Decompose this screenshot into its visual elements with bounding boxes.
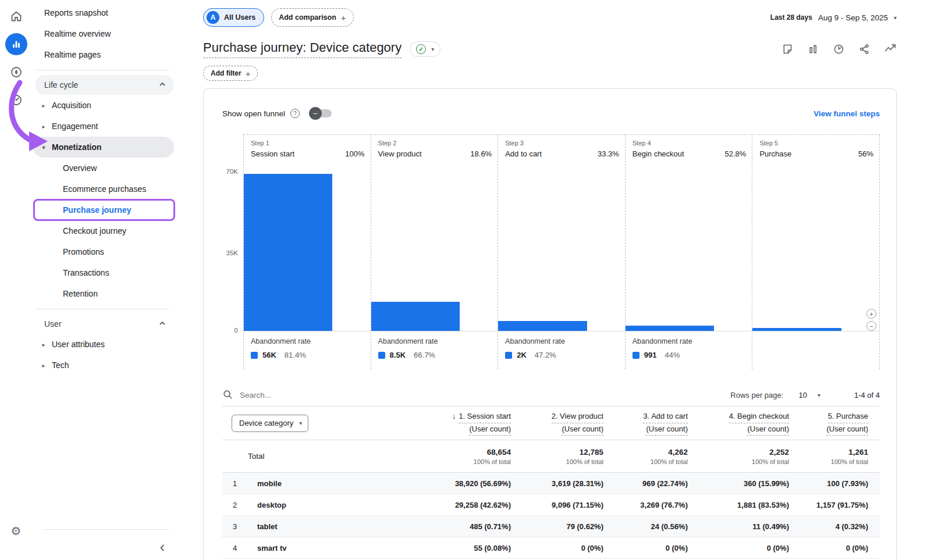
zoom-out-icon[interactable]: − — [866, 321, 876, 331]
help-icon[interactable]: ? — [290, 109, 300, 118]
home-icon[interactable] — [5, 5, 28, 28]
column-header-purchase[interactable]: 5. Purchase(User count) — [789, 411, 868, 435]
abandonment-rate: 47.2% — [535, 351, 556, 359]
section-label: User — [44, 319, 62, 329]
sidebar-item-retention[interactable]: Retention — [32, 283, 177, 304]
funnel-plot — [498, 171, 625, 331]
reports-icon[interactable] — [5, 33, 28, 56]
sidebar-item-ecommerce-purchases[interactable]: Ecommerce purchases — [32, 179, 177, 199]
dimension-selector[interactable]: Device category ▾ — [232, 415, 308, 432]
pagination-status: 1-4 of 4 — [854, 391, 880, 400]
step-number: Step 5 — [759, 140, 873, 147]
sidebar-item-reports-snapshot[interactable]: Reports snapshot — [32, 2, 177, 23]
table-search-row: Rows per page: 10 ▾ 1-4 of 4 — [222, 384, 880, 406]
sidebar-item-purchase-journey[interactable]: Purchase journey — [32, 199, 177, 220]
item-label: Monetization — [52, 142, 102, 152]
column-header-session-start[interactable]: ↓1. Session start(User count) — [372, 411, 511, 435]
page-title: Purchase journey: Device category — [203, 40, 401, 58]
funnel-step-4: Step 4 Begin checkout52.8% Abandonment r… — [626, 135, 753, 369]
report-actions — [781, 42, 897, 55]
funnel-controls: Show open funnel ? − View funnel steps — [222, 104, 880, 123]
item-label: Acquisition — [52, 101, 91, 110]
step-number: Step 1 — [251, 140, 365, 147]
insights-sparkline-icon[interactable] — [884, 42, 897, 55]
sidebar-item-checkout-journey[interactable]: Checkout journey — [32, 220, 177, 241]
triangle-right-icon: ▸ — [41, 362, 47, 369]
explore-icon[interactable] — [5, 60, 28, 84]
chevron-up-icon — [159, 319, 166, 329]
sidebar-item-realtime-overview[interactable]: Realtime overview — [32, 23, 177, 44]
abandonment-panel: Abandonment rate 56K81.4% — [244, 331, 371, 369]
sidebar-item-realtime-pages[interactable]: Realtime pages — [32, 44, 177, 65]
data-quality-badge[interactable]: ✓ ▾ — [410, 41, 440, 57]
table-header-row: Device category ▾ ↓1. Session start(User… — [222, 406, 880, 440]
add-comparison-chip[interactable]: Add comparison + — [271, 8, 353, 27]
zoom-in-icon[interactable]: + — [866, 309, 876, 319]
date-range-preset: Last 28 days — [770, 13, 812, 22]
sidebar-item-monetization[interactable]: ▾ Monetization — [33, 137, 174, 158]
step-completion-rate: 56% — [858, 149, 873, 158]
toggle-knob: − — [309, 107, 322, 120]
all-users-chip[interactable]: A All Users — [203, 8, 264, 27]
funnel-plot — [626, 171, 752, 331]
abandonment-count: 8.5K — [390, 351, 406, 359]
sidebar-item-engagement[interactable]: ▸ Engagement — [32, 116, 177, 137]
table-search-input[interactable] — [240, 391, 723, 400]
abandonment-panel-empty — [752, 331, 879, 369]
sidebar-item-overview[interactable]: Overview — [32, 158, 177, 179]
item-label: Engagement — [52, 122, 98, 131]
collapse-sidebar-icon[interactable] — [158, 543, 167, 554]
column-header-add-to-cart[interactable]: 3. Add to cart(User count) — [603, 411, 688, 435]
comparison-bar: A All Users Add comparison + Last 28 day… — [203, 0, 897, 35]
column-header-view-product[interactable]: 2. View product(User count) — [511, 411, 603, 435]
triangle-down-icon: ▾ — [41, 144, 47, 151]
note-icon[interactable] — [781, 43, 794, 55]
section-header-user[interactable]: User — [35, 314, 174, 334]
sidebar-item-transactions[interactable]: Transactions — [32, 262, 177, 283]
show-open-funnel-label: Show open funnel — [222, 109, 285, 118]
funnel-plot — [244, 171, 371, 331]
chip-label: Add filter — [211, 69, 241, 77]
item-label: Tech — [52, 361, 69, 370]
step-name: Session start — [251, 149, 294, 158]
sidebar-divider — [44, 529, 169, 530]
sidebar-item-user-attributes[interactable]: ▸ User attributes — [32, 334, 177, 355]
add-filter-chip[interactable]: Add filter + — [203, 66, 258, 81]
title-row: Purchase journey: Device category ✓ ▾ — [203, 35, 897, 63]
caret-down-icon: ▾ — [894, 15, 897, 21]
funnel-plot — [752, 171, 879, 331]
abandonment-count: 2K — [517, 351, 527, 359]
open-funnel-toggle[interactable]: − — [311, 109, 332, 117]
funnel-step-header: Step 2 View product18.6% — [371, 135, 498, 171]
section-header-life-cycle[interactable]: Life cycle — [35, 75, 174, 95]
funnel-plot — [371, 171, 498, 331]
rows-per-page-select[interactable]: 10 ▾ — [798, 391, 820, 400]
item-label: User attributes — [52, 340, 105, 349]
insights-circle-icon[interactable] — [833, 43, 845, 55]
funnel-step-1: Step 1 Session start100% Abandonment rat… — [243, 135, 371, 369]
step-name: Begin checkout — [632, 149, 684, 158]
date-range-value: Aug 9 - Sep 5, 2025 — [818, 13, 888, 22]
chip-label: Add comparison — [279, 13, 336, 22]
abandonment-rate: 44% — [665, 351, 680, 359]
step-name: Purchase — [759, 149, 791, 158]
total-cell: 2,252100% of total — [688, 448, 789, 465]
advertising-icon[interactable] — [5, 88, 28, 112]
sidebar-item-promotions[interactable]: Promotions — [32, 241, 177, 262]
sidebar-item-acquisition[interactable]: ▸ Acquisition — [32, 95, 177, 116]
sidebar-item-tech[interactable]: ▸ Tech — [32, 355, 177, 376]
column-header-begin-checkout[interactable]: 4. Begin checkout(User count) — [688, 411, 789, 435]
abandonment-panel: Abandonment rate 2K47.2% — [498, 331, 625, 369]
filter-row: Add filter + — [203, 63, 897, 84]
step-completion-rate: 100% — [345, 149, 364, 158]
legend-swatch — [505, 352, 512, 359]
caret-down-icon: ▾ — [818, 392, 820, 398]
caret-down-icon: ▾ — [431, 46, 434, 52]
share-icon[interactable] — [858, 43, 870, 55]
compare-bars-icon[interactable] — [807, 43, 819, 55]
settings-gear-icon[interactable]: ⚙ — [0, 524, 32, 538]
view-funnel-steps-link[interactable]: View funnel steps — [813, 109, 880, 118]
abandonment-panel: Abandonment rate 8.5K66.7% — [371, 331, 498, 369]
date-range-selector[interactable]: Last 28 days Aug 9 - Sep 5, 2025 ▾ — [770, 13, 897, 22]
main-content: A All Users Add comparison + Last 28 day… — [177, 0, 931, 560]
